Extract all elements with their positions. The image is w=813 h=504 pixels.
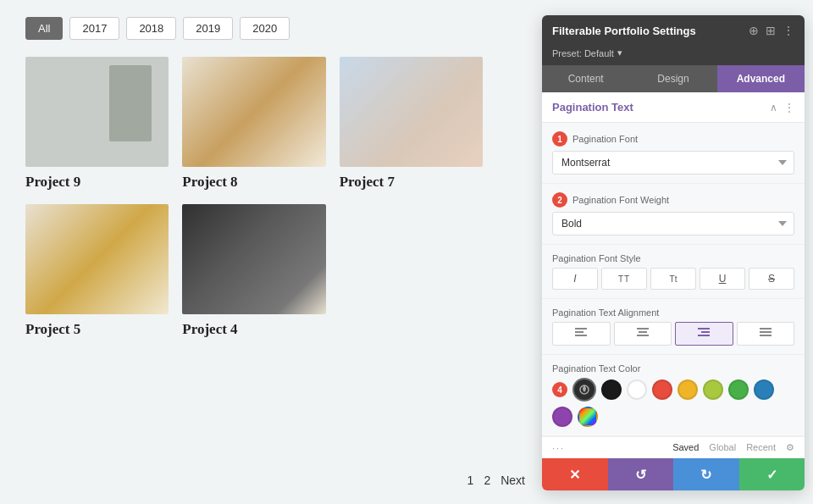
preset-bar[interactable]: Preset: Default ▾ [542,46,805,65]
thumbnail-4 [182,204,325,314]
redo-button[interactable]: ↻ [673,458,739,490]
svg-rect-3 [637,328,649,330]
portfolio-item-9[interactable]: Project 9 [25,57,169,191]
project-title-7: Project 7 [340,174,483,191]
step-badge-2: 2 [552,192,567,208]
align-left-btn[interactable] [552,322,611,346]
color-row: 4 [552,378,794,427]
page-1-link[interactable]: 1 [467,474,474,487]
project-title-5: Project 5 [25,321,169,338]
color-swatch-yellow[interactable] [678,379,698,400]
pagination-font-style-field: Pagination Font Style I TT Tt U S [542,245,805,299]
uppercase-btn[interactable]: TT [601,268,647,290]
color-swatch-red[interactable] [652,379,672,400]
color-footer-dots: ··· [552,443,565,453]
preset-chevron: ▾ [617,47,622,58]
tab-advanced[interactable]: Advanced [717,65,805,92]
color-swatch-purple[interactable] [552,407,572,427]
svg-rect-8 [698,335,710,336]
italic-btn[interactable]: I [552,268,598,290]
portfolio-item-4[interactable]: Project 4 [182,204,325,338]
portfolio-grid: Project 9 Project 8 Project 7 Project 5 … [25,57,483,338]
svg-rect-7 [701,331,710,333]
strikethrough-btn[interactable]: S [749,268,794,290]
preset-label: Preset: Default [552,48,614,58]
target-icon[interactable]: ⊕ [749,24,759,37]
align-center-btn[interactable] [614,322,672,346]
color-swatch-black[interactable] [601,379,622,400]
filter-2017[interactable]: 2017 [69,17,119,40]
color-swatch-green[interactable] [728,379,749,400]
panel-header: Filterable Portfolio Settings ⊕ ⊞ ⋮ [542,15,805,46]
pagination-text-color-label: Pagination Text Color [552,363,794,374]
tab-design[interactable]: Design [629,65,716,92]
color-saved-tab[interactable]: Saved [672,442,699,453]
portfolio-item-5[interactable]: Project 5 [25,204,169,338]
panel-header-icons: ⊕ ⊞ ⋮ [749,24,794,37]
portfolio-item-7[interactable]: Project 7 [340,57,483,191]
panel-body: Pagination Text ∧ ⋮ 1 Pagination Font Mo… [542,92,805,458]
thumbnail-8 [182,57,325,167]
thumbnail-5 [25,204,169,314]
color-swatch-white[interactable] [627,379,647,400]
next-link[interactable]: Next [501,474,525,487]
pagination-font-select[interactable]: Montserrat Open Sans Roboto Lato [552,151,794,174]
color-global-tab[interactable]: Global [709,442,736,453]
filter-2020[interactable]: 2020 [240,17,290,40]
align-right-btn[interactable] [675,322,733,346]
portfolio-item-8[interactable]: Project 8 [182,57,325,191]
settings-panel: Filterable Portfolio Settings ⊕ ⊞ ⋮ Pres… [542,15,805,490]
section-icons: ∧ ⋮ [770,102,794,114]
pagination-font-weight-label: 2 Pagination Font Weight [552,192,794,208]
svg-rect-1 [575,331,583,333]
svg-rect-11 [760,335,772,336]
capitalize-btn[interactable]: Tt [650,268,696,290]
thumbnail-7 [340,57,483,167]
svg-rect-10 [760,331,772,333]
font-style-group: I TT Tt U S [552,268,794,290]
filter-2018[interactable]: 2018 [126,17,176,40]
pagination-font-weight-select[interactable]: Bold Normal Light ExtraBold [552,212,794,235]
color-swatch-gradient[interactable] [578,407,598,427]
filter-bar: All 2017 2018 2019 2020 [25,17,483,40]
action-bar: ✕ ↺ ↻ ✓ [542,458,805,490]
tab-content[interactable]: Content [542,65,629,92]
panel-title: Filterable Portfolio Settings [552,25,696,37]
project-title-4: Project 4 [182,321,325,338]
pagination-text-alignment-field: Pagination Text Alignment [542,299,805,355]
filter-all[interactable]: All [25,17,63,40]
save-button[interactable]: ✓ [739,458,805,490]
cancel-button[interactable]: ✕ [542,458,608,490]
color-recent-tab[interactable]: Recent [746,442,776,453]
more-icon[interactable]: ⋮ [783,24,794,37]
page-2-link[interactable]: 2 [484,474,490,487]
color-swatch-yellow-green[interactable] [703,379,723,400]
svg-rect-0 [575,328,587,330]
color-footer: ··· Saved Global Recent ⚙ [542,436,805,458]
svg-rect-9 [760,328,772,330]
columns-icon[interactable]: ⊞ [766,24,776,37]
alignment-group [552,322,794,346]
portfolio-area: All 2017 2018 2019 2020 Project 9 Projec… [0,0,508,504]
color-settings-icon[interactable]: ⚙ [786,442,794,453]
step-badge-4: 4 [552,382,567,397]
svg-rect-4 [639,331,647,333]
color-footer-tabs: Saved Global Recent ⚙ [672,442,794,453]
project-title-8: Project 8 [182,174,325,191]
underline-btn[interactable]: U [700,268,745,290]
step-badge-1: 1 [552,131,567,147]
section-collapse-icon[interactable]: ∧ [770,102,777,114]
align-justify-btn[interactable] [737,322,795,346]
section-header: Pagination Text ∧ ⋮ [542,92,805,123]
section-title: Pagination Text [552,101,633,114]
section-more-icon[interactable]: ⋮ [784,102,794,114]
pagination-font-field: 1 Pagination Font Montserrat Open Sans R… [542,123,805,184]
pagination-text-alignment-label: Pagination Text Alignment [552,307,794,318]
color-picker-btn[interactable] [572,378,596,402]
thumbnail-9 [25,57,169,167]
svg-rect-6 [698,328,710,330]
pagination-text-color-field: Pagination Text Color 4 [542,355,805,436]
filter-2019[interactable]: 2019 [183,17,233,40]
color-swatch-blue[interactable] [754,379,774,400]
undo-button[interactable]: ↺ [608,458,674,490]
